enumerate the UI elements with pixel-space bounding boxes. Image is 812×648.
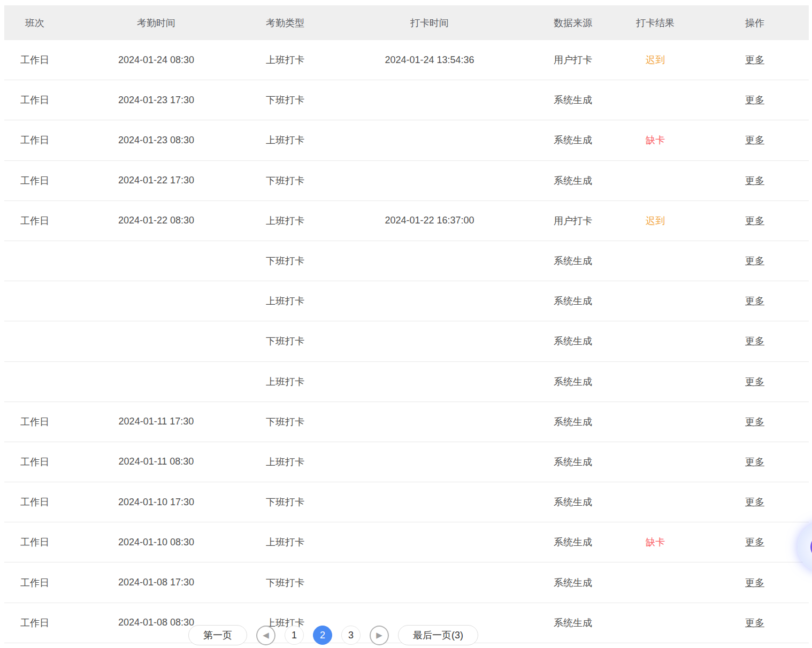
cell-type: 上班打卡 [247, 134, 323, 146]
cell-attend-time: 2024-01-22 08:30 [65, 215, 247, 226]
more-link[interactable]: 更多 [745, 497, 764, 507]
cell-type: 下班打卡 [247, 415, 323, 428]
more-link[interactable]: 更多 [745, 376, 764, 387]
cell-type: 上班打卡 [247, 214, 323, 227]
column-header-action: 操作 [701, 17, 809, 29]
cell-source: 系统生成 [536, 496, 610, 508]
prev-arrow-icon: ◀ [263, 630, 269, 640]
cell-source: 系统生成 [536, 616, 610, 629]
cell-result: 缺卡 [610, 536, 701, 549]
cell-action: 更多 [701, 335, 809, 348]
first-page-button[interactable]: 第一页 [188, 625, 247, 645]
cell-action: 更多 [701, 375, 809, 388]
page-button-3[interactable]: 3 [341, 626, 361, 645]
cell-action: 更多 [701, 415, 809, 428]
cell-shift: 工作日 [4, 496, 65, 508]
more-link[interactable]: 更多 [745, 577, 764, 588]
cell-action: 更多 [701, 134, 809, 146]
cell-type: 下班打卡 [247, 94, 323, 106]
cell-result: 迟到 [610, 214, 701, 227]
column-header-punch-time: 打卡时间 [323, 17, 536, 29]
cell-attend-time: 2024-01-11 08:30 [65, 456, 247, 467]
cell-attend-time: 2024-01-22 17:30 [65, 175, 247, 186]
column-header-attend-time: 考勤时间 [65, 17, 247, 29]
cell-shift: 工作日 [4, 456, 65, 468]
column-header-type: 考勤类型 [247, 17, 323, 29]
cell-source: 用户打卡 [536, 214, 610, 227]
more-link[interactable]: 更多 [745, 55, 764, 65]
cell-source: 系统生成 [536, 295, 610, 307]
more-link[interactable]: 更多 [745, 256, 764, 266]
cell-type: 下班打卡 [247, 174, 323, 187]
next-arrow-icon: ▶ [376, 630, 382, 640]
cell-attend-time: 2024-01-23 08:30 [65, 135, 247, 146]
more-link[interactable]: 更多 [745, 457, 764, 467]
page-button-1[interactable]: 1 [285, 626, 304, 645]
table-row: 工作日 2024-01-23 17:30 下班打卡 系统生成 更多 [4, 80, 809, 120]
more-link[interactable]: 更多 [745, 618, 764, 628]
table-row: 工作日 2024-01-22 17:30 下班打卡 系统生成 更多 [4, 161, 809, 201]
cell-action: 更多 [701, 536, 809, 549]
cell-source: 系统生成 [536, 174, 610, 187]
cell-shift: 工作日 [4, 536, 65, 549]
more-link[interactable]: 更多 [745, 175, 764, 186]
table-row: 工作日 2024-01-11 17:30 下班打卡 系统生成 更多 [4, 402, 809, 442]
table-row: 工作日 2024-01-22 08:30 上班打卡 2024-01-22 16:… [4, 201, 809, 241]
more-link[interactable]: 更多 [745, 416, 764, 427]
cell-shift: 工作日 [4, 94, 65, 106]
cell-action: 更多 [701, 456, 809, 468]
more-link[interactable]: 更多 [745, 336, 764, 346]
cell-source: 系统生成 [536, 375, 610, 388]
cell-attend-time: 2024-01-23 17:30 [65, 95, 247, 106]
cell-action: 更多 [701, 616, 809, 629]
cell-shift: 工作日 [4, 616, 65, 629]
cell-source: 系统生成 [536, 335, 610, 348]
cell-shift: 工作日 [4, 53, 65, 66]
cell-type: 上班打卡 [247, 536, 323, 549]
column-header-result: 打卡结果 [610, 17, 701, 29]
cell-type: 下班打卡 [247, 496, 323, 508]
more-link[interactable]: 更多 [745, 135, 764, 145]
column-header-source: 数据来源 [536, 17, 610, 29]
more-link[interactable]: 更多 [745, 215, 764, 226]
table-row: 工作日 2024-01-10 17:30 下班打卡 系统生成 更多 [4, 482, 809, 522]
table-body: 工作日 2024-01-24 08:30 上班打卡 2024-01-24 13:… [4, 40, 809, 643]
cell-attend-time: 2024-01-10 17:30 [65, 497, 247, 508]
cell-source: 系统生成 [536, 415, 610, 428]
cell-source: 系统生成 [536, 456, 610, 468]
next-page-button[interactable]: ▶ [370, 626, 389, 645]
cell-type: 上班打卡 [247, 375, 323, 388]
cell-attend-time: 2024-01-11 17:30 [65, 416, 247, 427]
cell-action: 更多 [701, 53, 809, 66]
cell-attend-time: 2024-01-08 17:30 [65, 577, 247, 588]
table-row: 工作日 2024-01-08 17:30 下班打卡 系统生成 更多 [4, 562, 809, 603]
table-row: 工作日 2024-01-23 08:30 上班打卡 系统生成 缺卡 更多 [4, 120, 809, 160]
table-row: 上班打卡 系统生成 更多 [4, 281, 809, 321]
cell-source: 用户打卡 [536, 53, 610, 66]
cell-action: 更多 [701, 214, 809, 227]
table-row: 工作日 2024-01-10 08:30 上班打卡 系统生成 缺卡 更多 [4, 522, 809, 562]
cell-shift: 工作日 [4, 134, 65, 146]
cell-action: 更多 [701, 576, 809, 589]
cell-shift: 工作日 [4, 174, 65, 187]
cell-result: 缺卡 [610, 134, 701, 146]
last-page-button[interactable]: 最后一页(3) [398, 625, 478, 645]
cell-shift: 工作日 [4, 214, 65, 227]
cell-action: 更多 [701, 254, 809, 267]
more-link[interactable]: 更多 [745, 296, 764, 306]
more-link[interactable]: 更多 [745, 95, 764, 105]
cell-result: 迟到 [610, 53, 701, 66]
attendance-table: 班次 考勤时间 考勤类型 打卡时间 数据来源 打卡结果 操作 工作日 2024-… [4, 5, 809, 643]
table-row: 下班打卡 系统生成 更多 [4, 241, 809, 281]
more-link[interactable]: 更多 [745, 537, 764, 547]
prev-page-button[interactable]: ◀ [256, 626, 275, 645]
page-button-2[interactable]: 2 [313, 626, 332, 645]
cell-type: 上班打卡 [247, 456, 323, 468]
cell-shift: 工作日 [4, 415, 65, 428]
table-row: 上班打卡 系统生成 更多 [4, 362, 809, 402]
cell-shift: 工作日 [4, 576, 65, 589]
cell-action: 更多 [701, 295, 809, 307]
table-row: 工作日 2024-01-11 08:30 上班打卡 系统生成 更多 [4, 442, 809, 482]
cell-type: 下班打卡 [247, 576, 323, 589]
cell-attend-time: 2024-01-24 08:30 [65, 55, 247, 66]
